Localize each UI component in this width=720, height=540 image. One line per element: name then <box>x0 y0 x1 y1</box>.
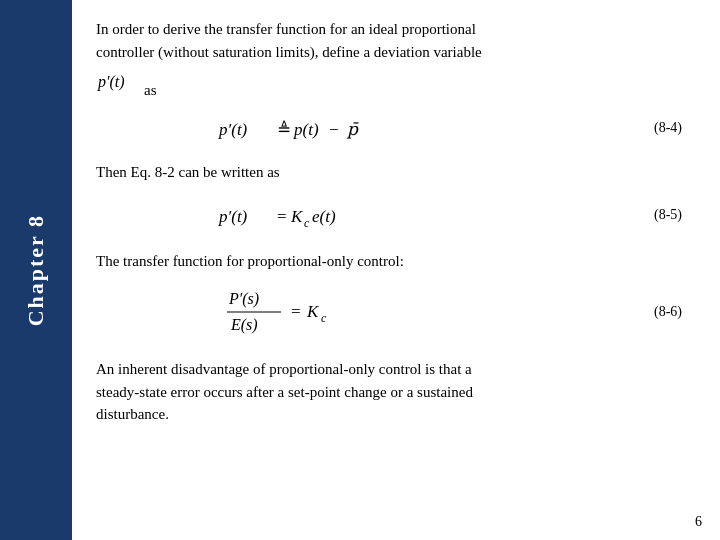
svg-text:P′(s): P′(s) <box>228 290 259 308</box>
conclusion-line1: An inherent disadvantage of proportional… <box>96 361 472 377</box>
svg-text:p(t): p(t) <box>293 120 319 139</box>
eq84-number: (8-4) <box>632 120 682 136</box>
equation-84-block: p′(t) ≜ p(t) − p̄ (8-4) <box>96 109 692 147</box>
eq86-formula: P′(s) E(s) = K c <box>106 282 632 342</box>
conclusion-paragraph: An inherent disadvantage of proportional… <box>96 358 692 426</box>
eq84-svg: p′(t) ≜ p(t) − p̄ <box>209 109 529 147</box>
svg-text:p′(t): p′(t) <box>218 207 248 226</box>
chapter-label: Chapter 8 <box>23 214 49 326</box>
svg-text:≜: ≜ <box>277 120 291 139</box>
intro-paragraph: In order to derive the transfer function… <box>96 18 692 63</box>
svg-text:c: c <box>304 216 310 230</box>
svg-text:−: − <box>329 120 339 139</box>
equation-86-block: P′(s) E(s) = K c (8-6) <box>96 282 692 342</box>
svg-text:p′(t): p′(t) <box>97 73 125 91</box>
eq86-number: (8-6) <box>632 304 682 320</box>
intro-line2: controller (without saturation limits), … <box>96 44 482 60</box>
equation-85-block: p′(t) = K c e(t) (8-5) <box>96 194 692 236</box>
svg-text:K: K <box>306 302 320 321</box>
svg-text:=: = <box>277 207 287 226</box>
svg-text:p′(t): p′(t) <box>218 120 248 139</box>
svg-text:=: = <box>291 302 301 321</box>
svg-text:p̄: p̄ <box>346 120 359 139</box>
eq84-formula: p′(t) ≜ p(t) − p̄ <box>106 109 632 147</box>
svg-text:K: K <box>290 207 304 226</box>
eq85-svg: p′(t) = K c e(t) <box>209 194 529 236</box>
page-number: 6 <box>695 514 702 530</box>
p-prime-t-inline: p′(t) <box>96 67 138 95</box>
then-text: Then Eq. 8-2 can be written as <box>96 161 692 184</box>
svg-text:E(s): E(s) <box>230 316 258 334</box>
main-content: In order to derive the transfer function… <box>72 0 720 540</box>
transfer-text: The transfer function for proportional-o… <box>96 250 692 273</box>
intro-line1: In order to derive the transfer function… <box>96 21 476 37</box>
deviation-variable-line: p′(t) as <box>96 67 692 99</box>
conclusion-line3: disturbance. <box>96 406 169 422</box>
sidebar: Chapter 8 <box>0 0 72 540</box>
eq86-svg: P′(s) E(s) = K c <box>209 282 529 342</box>
eq85-number: (8-5) <box>632 207 682 223</box>
svg-text:e(t): e(t) <box>312 207 336 226</box>
svg-text:c: c <box>321 311 327 325</box>
as-label: as <box>144 82 157 99</box>
conclusion-line2: steady-state error occurs after a set-po… <box>96 384 473 400</box>
page-container: Chapter 8 In order to derive the transfe… <box>0 0 720 540</box>
eq85-formula: p′(t) = K c e(t) <box>106 194 632 236</box>
